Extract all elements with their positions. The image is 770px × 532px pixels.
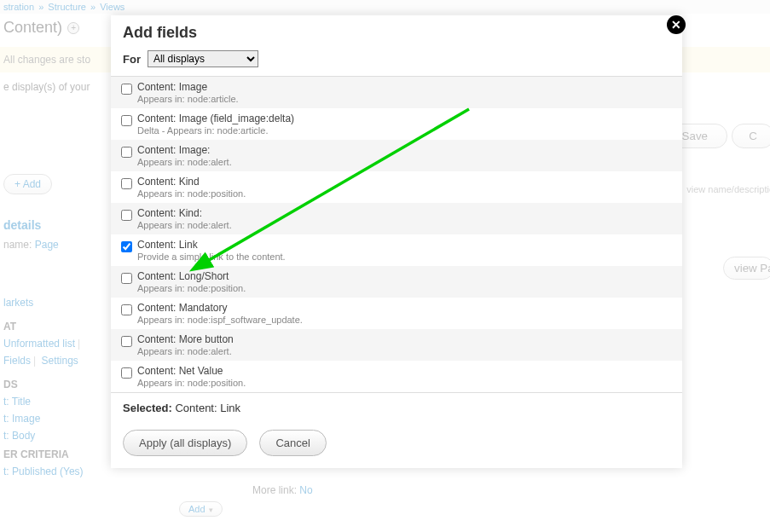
field-label: Content: Net Value	[137, 365, 246, 377]
field-desc: Appears in: node:alert.	[137, 220, 232, 230]
field-checkbox[interactable]	[121, 336, 132, 347]
field-label: Content: Link	[137, 239, 286, 251]
field-row[interactable]: Content: Image:Appears in: node:alert.	[111, 140, 682, 171]
field-desc: Appears in: node:position.	[137, 378, 246, 388]
cancel-button[interactable]: Cancel	[259, 430, 326, 456]
field-desc: Appears in: node:alert.	[137, 346, 234, 356]
field-row[interactable]: Content: More buttonAppears in: node:ale…	[111, 329, 682, 361]
field-label: Content: Image (field_image:delta)	[137, 113, 294, 124]
field-row[interactable]: Content: Long/ShortAppears in: node:posi…	[111, 266, 682, 298]
field-desc: Appears in: node:article.	[137, 94, 239, 104]
for-select[interactable]: All displays	[148, 50, 258, 67]
field-desc: Appears in: node:alert.	[137, 157, 232, 167]
selected-summary: Selected: Content: Link	[111, 393, 682, 423]
field-label: Content: Image	[137, 81, 239, 93]
modal-title: Add fields	[123, 24, 670, 42]
field-list[interactable]: Content: ImageAppears in: node:article.C…	[111, 77, 682, 393]
field-checkbox[interactable]	[121, 241, 132, 252]
field-desc: Appears in: node:position.	[137, 283, 246, 293]
add-fields-modal: Add fields For All displays Content: Ima…	[111, 15, 682, 468]
for-label: For	[123, 53, 141, 66]
field-desc: Provide a simple link to the content.	[137, 252, 286, 262]
field-row[interactable]: Content: Image (field_image:delta)Delta …	[111, 108, 682, 140]
field-checkbox[interactable]	[121, 304, 132, 315]
field-desc: Appears in: node:ispf_software_update.	[137, 315, 303, 325]
field-label: Content: Long/Short	[137, 270, 246, 282]
field-checkbox[interactable]	[121, 273, 132, 284]
field-checkbox[interactable]	[121, 210, 132, 221]
field-checkbox[interactable]	[121, 178, 132, 189]
field-label: Content: Kind:	[137, 207, 232, 219]
field-checkbox[interactable]	[121, 147, 132, 158]
field-row[interactable]: Content: MandatoryAppears in: node:ispf_…	[111, 298, 682, 329]
field-desc: Delta - Appears in: node:article.	[137, 125, 294, 136]
field-label: Content: Mandatory	[137, 302, 303, 314]
field-label: Content: Image:	[137, 144, 232, 156]
field-row[interactable]: Content: Kind:Appears in: node:alert.	[111, 203, 682, 234]
field-checkbox[interactable]	[121, 115, 132, 126]
field-row[interactable]: Content: Net ValueAppears in: node:posit…	[111, 361, 682, 392]
field-label: Content: More button	[137, 333, 234, 345]
field-desc: Appears in: node:position.	[137, 188, 246, 199]
field-row[interactable]: Content: KindAppears in: node:position.	[111, 171, 682, 203]
field-checkbox[interactable]	[121, 367, 132, 379]
field-row[interactable]: Content: ImageAppears in: node:article.	[111, 77, 682, 108]
apply-button[interactable]: Apply (all displays)	[123, 430, 247, 456]
field-label: Content: Kind	[137, 176, 246, 188]
field-row[interactable]: Content: LinkProvide a simple link to th…	[111, 234, 682, 266]
field-checkbox[interactable]	[121, 84, 132, 95]
close-icon[interactable]: ✕	[667, 15, 686, 34]
